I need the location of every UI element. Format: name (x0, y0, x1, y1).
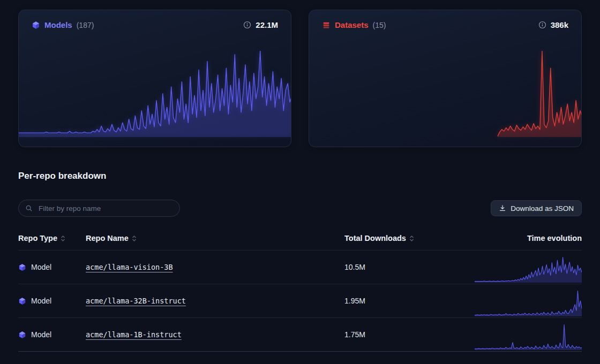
datasets-card-total-group: 386k (538, 20, 568, 29)
repo-filter[interactable] (18, 200, 180, 217)
sort-chevrons-icon (409, 235, 414, 242)
table-row: Model acme/llama-32B-instruct 1.95M (18, 284, 582, 317)
model-cube-icon (18, 263, 26, 271)
search-icon (25, 204, 33, 212)
table-controls: Download as JSON (18, 200, 582, 217)
col-header-total-downloads-label: Total Downloads (344, 234, 406, 242)
col-header-repo-type[interactable]: Repo Type (18, 234, 86, 242)
time-evolution-cell (472, 283, 582, 319)
model-cube-icon (18, 297, 26, 305)
models-card-header: Models (187) 22.1M (19, 10, 291, 29)
model-cube-icon (32, 21, 40, 29)
datasets-downloads-chart (309, 49, 582, 137)
repo-type-cell: Model (18, 297, 86, 305)
repo-type-label: Model (31, 330, 51, 339)
table-header-row: Repo Type Repo Name Total Downloads Time… (18, 226, 582, 250)
analytics-dashboard: Models (187) 22.1M Datasets (15) (0, 0, 600, 352)
col-header-repo-type-label: Repo Type (18, 234, 57, 242)
repo-sparkline-chart (475, 322, 582, 350)
total-downloads-cell: 1.95M (344, 297, 472, 305)
col-header-repo-name[interactable]: Repo Name (86, 234, 344, 242)
dataset-database-icon (322, 21, 331, 29)
repo-table: Repo Type Repo Name Total Downloads Time… (18, 226, 582, 352)
section-title: Per-repo breakdown (18, 171, 582, 181)
models-downloads-chart (19, 49, 291, 137)
repo-type-label: Model (31, 263, 51, 271)
models-card: Models (187) 22.1M (18, 10, 291, 147)
total-downloads-cell: 1.75M (344, 330, 472, 339)
col-header-time-evolution-label: Time evolution (527, 234, 582, 242)
total-downloads-cell: 10.5M (344, 263, 472, 271)
model-cube-icon (18, 331, 26, 339)
col-header-time-evolution: Time evolution (472, 234, 582, 242)
repo-type-cell: Model (18, 330, 86, 339)
datasets-card-count: (15) (373, 21, 386, 29)
repo-sparkline-chart (475, 289, 582, 316)
repo-name-cell: acme/llama-1B-instruct (86, 330, 344, 339)
repo-link[interactable]: acme/llama-1B-instruct (86, 330, 182, 339)
time-evolution-cell (472, 317, 582, 353)
info-icon[interactable] (538, 21, 546, 29)
datasets-card-title: Datasets (335, 20, 369, 29)
download-json-button[interactable]: Download as JSON (491, 200, 582, 216)
repo-filter-input[interactable] (38, 204, 173, 213)
repo-type-cell: Model (18, 263, 86, 271)
col-header-total-downloads[interactable]: Total Downloads (344, 234, 472, 242)
download-json-label: Download as JSON (511, 204, 574, 213)
repo-link[interactable]: acme/llama-32B-instruct (86, 297, 186, 305)
table-row: Model acme/llama-1B-instruct 1.75M (18, 317, 582, 352)
datasets-total-downloads: 386k (551, 20, 568, 29)
repo-name-cell: acme/llama-vision-3B (86, 262, 344, 272)
models-card-title: Models (44, 20, 72, 29)
info-icon[interactable] (243, 21, 251, 29)
repo-sparkline-chart (475, 255, 582, 283)
models-card-count: (187) (77, 21, 94, 29)
models-total-downloads: 22.1M (256, 20, 278, 29)
datasets-card: Datasets (15) 386k (309, 10, 582, 147)
summary-cards: Models (187) 22.1M Datasets (15) (18, 10, 582, 147)
table-row: Model acme/llama-vision-3B 10.5M (18, 250, 582, 284)
download-icon (499, 204, 506, 212)
repo-link[interactable]: acme/llama-vision-3B (86, 263, 173, 271)
col-header-repo-name-label: Repo Name (86, 234, 129, 242)
time-evolution-cell (472, 249, 582, 285)
sort-chevrons-icon (132, 235, 137, 242)
repo-name-cell: acme/llama-32B-instruct (86, 296, 344, 306)
repo-type-label: Model (31, 297, 51, 305)
sort-chevrons-icon (61, 235, 65, 242)
models-card-total-group: 22.1M (243, 20, 278, 29)
datasets-card-header: Datasets (15) 386k (309, 10, 581, 29)
